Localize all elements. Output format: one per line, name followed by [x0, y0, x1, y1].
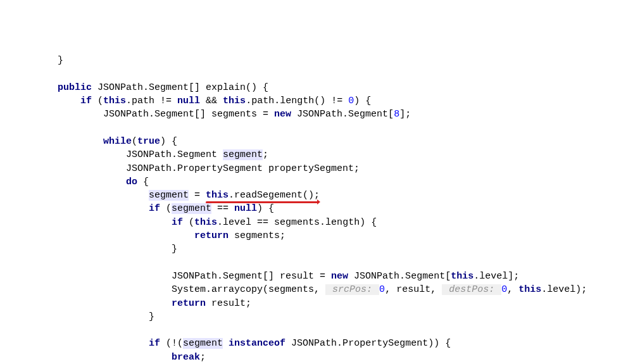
code-text: } — [172, 244, 177, 254]
code-text: } — [58, 55, 63, 66]
keyword-if: if — [149, 203, 160, 214]
keyword-this: this — [206, 190, 229, 201]
code-text: segments; — [229, 230, 285, 241]
code-text: == — [211, 203, 234, 214]
keyword-this: this — [194, 217, 217, 228]
keyword-this: this — [223, 96, 246, 106]
keyword-do: do — [126, 177, 137, 187]
code-text: (!( — [160, 338, 183, 349]
code-text: ) { — [354, 96, 371, 106]
keyword-break: break — [172, 352, 200, 363]
code-text: } — [149, 311, 154, 322]
keyword-public: public — [58, 82, 92, 93]
code-text: { — [137, 177, 149, 187]
keyword-if: if — [80, 96, 92, 106]
code-text: ) { — [160, 136, 177, 147]
code-text: .level); — [541, 284, 587, 295]
code-text: ]; — [399, 109, 411, 120]
keyword-while: while — [103, 136, 132, 147]
keyword-this: this — [103, 96, 126, 106]
keyword-true: true — [137, 136, 160, 147]
number-literal: 0 — [348, 96, 354, 106]
keyword-new: new — [331, 271, 348, 282]
red-underline-annotation — [206, 201, 319, 203]
keyword-instanceof: instanceof — [229, 338, 285, 349]
number-literal: 8 — [394, 109, 399, 120]
code-text: = — [189, 190, 206, 201]
code-text: && — [200, 96, 223, 106]
code-text: JSONPath.Segment[] result = — [172, 271, 331, 282]
code-text: ) { — [257, 203, 274, 214]
code-text: ( — [92, 96, 103, 106]
code-text: JSONPath.Segment[] segments = — [103, 109, 274, 120]
highlighted-identifier: segment — [223, 149, 263, 160]
keyword-if: if — [172, 217, 183, 228]
code-text: ( — [160, 203, 172, 214]
highlighted-identifier: segment — [172, 203, 211, 214]
code-text: , result, — [385, 284, 442, 295]
keyword-if: if — [149, 338, 160, 349]
keyword-null: null — [177, 96, 200, 106]
parameter-hint: srcPos: — [325, 284, 379, 295]
code-text: JSONPath.PropertySegment)) { — [285, 338, 451, 349]
code-text — [223, 338, 229, 349]
highlighted-identifier: segment — [149, 190, 189, 201]
code-text: .path != — [126, 96, 177, 106]
code-text: ; — [200, 352, 206, 363]
code-text: ( — [132, 136, 137, 147]
code-text: JSONPath.Segment[] explain() { — [92, 82, 268, 93]
code-text: .path.length() != — [246, 96, 348, 106]
parameter-hint: destPos: — [442, 284, 501, 295]
method-call: .readSegement() — [229, 190, 314, 201]
highlighted-identifier: segment — [183, 338, 223, 349]
keyword-new: new — [274, 109, 291, 120]
code-text: , — [507, 284, 518, 295]
code-text: JSONPath.Segment — [126, 149, 223, 160]
code-text: result; — [206, 298, 251, 309]
keyword-this: this — [518, 284, 541, 295]
number-literal: 0 — [501, 284, 507, 295]
keyword-return: return — [172, 298, 206, 309]
keyword-null: null — [234, 203, 257, 214]
code-text: .level == segments.length) { — [217, 217, 377, 228]
code-text: ; — [263, 149, 268, 160]
code-text: .level]; — [473, 271, 519, 282]
code-text: JSONPath.Segment[ — [348, 271, 451, 282]
code-editor[interactable]: } public JSONPath.Segment[] explain() { … — [0, 54, 633, 364]
code-text: System.arraycopy(segments, — [172, 284, 325, 295]
code-text: JSONPath.PropertySegment propertySegment… — [126, 163, 360, 174]
number-literal: 0 — [379, 284, 385, 295]
code-text: JSONPath.Segment[ — [291, 109, 394, 120]
annotated-call: this.readSegement() — [206, 190, 314, 201]
keyword-return: return — [194, 230, 229, 241]
keyword-this: this — [451, 271, 473, 282]
code-text: ( — [183, 217, 194, 228]
